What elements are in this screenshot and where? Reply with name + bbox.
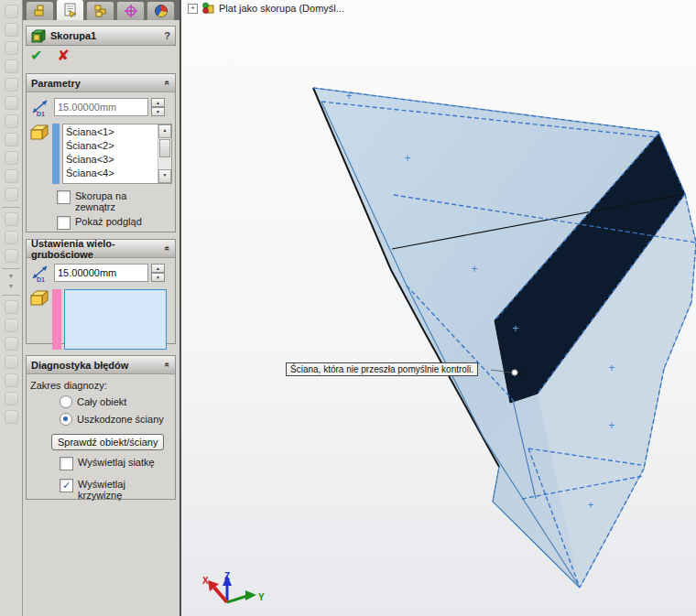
multi-faces-listbox-active[interactable] [64,289,167,350]
show-preview-option[interactable]: Pokaż podgląd [57,216,171,230]
dimension-d1-icon: D1 [29,97,51,117]
scroll-down-icon[interactable]: ▼ [158,169,171,183]
face-cube-icon [29,289,49,308]
group-parameters-header[interactable]: Parametry « [27,74,175,92]
list-item[interactable]: Ściana<4> [66,167,158,180]
group-title: Parametry [31,78,81,89]
disabled-tool-icon [5,59,18,73]
tab-dimxpert-manager[interactable] [116,1,145,20]
selection-color-bar [52,124,60,184]
spinner-down-icon[interactable]: ▼ [151,273,165,282]
list-item[interactable]: Ściana<2> [66,139,158,153]
axis-y-label: Y [258,592,265,602]
disabled-tool-icon [5,373,18,387]
disabled-tool-icon [5,249,18,263]
pm-actions: ✔ ✘ [30,47,70,64]
face-marker-icon: + [471,263,477,276]
list-item[interactable]: Ściana<3> [66,153,158,167]
faces-scrollbar[interactable]: ▲ ▼ [158,124,171,183]
group-error-diagnostics: Diagnostyka błędów « Zakres diagnozy: Ca… [26,355,176,500]
thickness-row: D1 15.00000mm ▲ ▼ [29,97,173,117]
checkbox-checked[interactable]: ✓ [60,479,73,492]
manager-tabbar [23,0,179,20]
graphics-viewport[interactable]: + + + + + + + c Z Y X + [181,0,696,616]
cancel-button[interactable]: ✘ [57,47,69,64]
show-curvature-option[interactable]: ✓ Wyświetlaj krzywiznę [60,479,171,501]
list-item[interactable]: Ściana<1> [66,125,158,139]
disabled-tool-icon [5,231,18,244]
multi-thickness-spinner: ▲ ▼ [151,264,165,282]
multi-thickness-input[interactable]: 15.00000mm [54,264,148,282]
spinner-down-icon[interactable]: ▼ [151,107,165,116]
check-body-faces-button[interactable]: Sprawdź obiekt/ściany [51,434,164,450]
faces-items: Ściana<1> Ściana<2> Ściana<3> Ściana<4> [63,124,158,183]
checkbox-label: Wyświetlaj siatkę [78,457,155,468]
show-mesh-option[interactable]: Wyświetlaj siatkę [60,457,171,470]
checkbox-label: Wyświetlaj krzywiznę [78,479,149,501]
whole-body-option[interactable]: Cały obiekt [60,395,171,408]
checkbox-label: Pokaż podgląd [75,216,142,227]
help-icon[interactable]: ? [164,30,170,41]
tab-property-manager[interactable] [56,0,84,20]
faces-listbox[interactable]: Ściana<1> Ściana<2> Ściana<3> Ściana<4> … [62,124,172,184]
selection-color-bar [52,289,61,350]
group-title: Diagnostyka błędów [31,360,128,371]
face-cube-icon [29,124,49,142]
face-marker-icon: + [512,322,518,335]
damaged-faces-option[interactable]: Uszkodzone ściany [60,413,171,426]
failed-face-marker: c [518,369,523,378]
axis-x-label: X [202,576,209,586]
checkbox-unchecked[interactable] [57,216,71,230]
face-marker-icon: + [587,499,593,512]
radio-unselected[interactable] [60,395,72,408]
radio-selected[interactable] [60,413,72,426]
group-title: Ustawienia wielo-grubościowe [31,238,165,260]
orientation-triad: Z Y X [202,571,265,602]
radio-label: Uszkodzone ściany [77,414,164,425]
checkbox-unchecked[interactable] [57,190,71,204]
disabled-tool-icon [5,337,18,351]
collapse-chevron-icon: « [163,246,173,252]
diagnosis-scope-label: Zakres diagnozy: [30,380,175,391]
features-manager-icon [33,4,48,18]
multi-faces-selection-row [29,289,173,350]
radio-label: Cały obiekt [77,396,126,407]
feature-title: Skorupa1 [50,30,96,41]
tree-expand-icon[interactable]: + [188,4,198,14]
feature-tree-item[interactable]: + Plat jako skorupa (Domyśl... [188,2,344,15]
checkbox-label: Skorupa na zewnątrz [75,190,167,212]
dimxpert-manager-icon [124,4,138,18]
scroll-up-icon[interactable]: ▲ [158,124,171,138]
disabled-tool-icon [5,319,18,332]
part-icon [201,2,215,15]
spinner-up-icon[interactable]: ▲ [151,264,165,273]
scroll-thumb[interactable] [159,139,170,157]
disabled-tool-icon [5,300,18,314]
disabled-tool-icon [5,41,18,55]
disabled-tool-icon [5,169,18,183]
tab-feature-manager[interactable] [26,1,54,20]
feature-header: Skorupa1 ? [26,26,176,46]
disabled-tool-icon [5,355,18,369]
disabled-tool-icon [5,410,18,424]
disabled-tool-icon [5,23,18,37]
ok-button[interactable]: ✔ [30,47,42,64]
failed-face-dot [512,370,517,375]
shell-outward-option[interactable]: Skorupa na zewnątrz [57,190,171,212]
group-error-diagnostics-header[interactable]: Diagnostyka błędów « [27,356,175,374]
tab-display-manager[interactable] [147,1,175,20]
collapse-chevron-icon: « [163,362,173,368]
left-toolbar: ▼ ▼ [0,0,23,616]
validation-tooltip: Ściana, która nie przeszła pomyślnie kon… [286,362,478,376]
tab-configuration-manager[interactable] [86,1,114,20]
model-3d[interactable]: + + + + + + + c Z Y X [181,0,696,616]
disabled-tool-icon [5,392,18,405]
disabled-tool-icon [5,151,18,165]
group-multi-thickness-header[interactable]: Ustawienia wielo-grubościowe « [27,240,175,258]
property-manager-icon [63,3,78,17]
thickness-input[interactable]: 15.00000mm [54,98,148,116]
toolbar-dropdown-arrow-icon: ▼ [0,283,22,289]
checkbox-unchecked[interactable] [60,457,73,470]
svg-text:D1: D1 [37,276,45,283]
spinner-up-icon[interactable]: ▲ [151,98,165,107]
